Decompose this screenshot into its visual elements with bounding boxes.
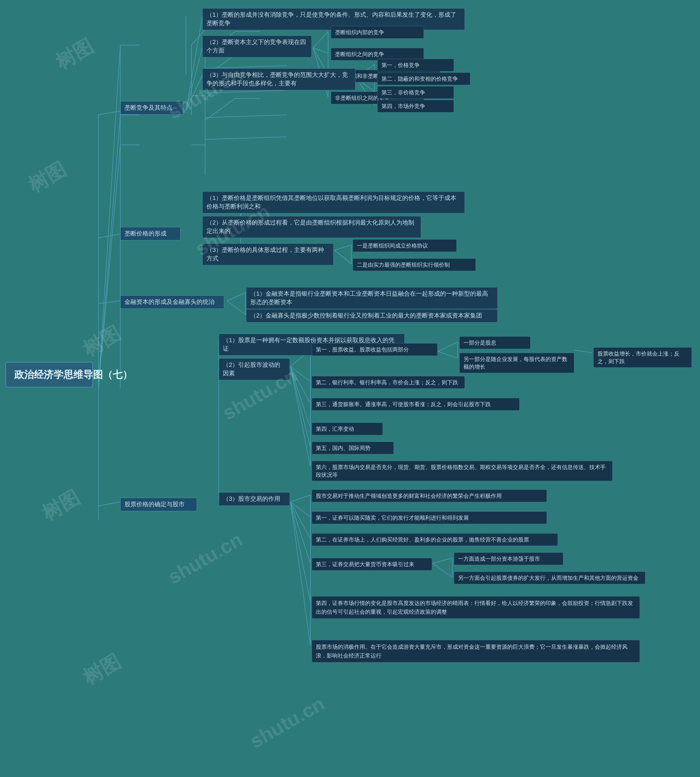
monopoly-price-item1: （1）垄断价格是垄断组织凭借其垄断地位以获取高额垄断利润为目标规定的价格，它等于… bbox=[202, 192, 465, 213]
svg-line-35 bbox=[313, 32, 328, 48]
svg-line-36 bbox=[313, 48, 328, 53]
svg-line-73 bbox=[290, 495, 310, 502]
svg-line-78 bbox=[290, 502, 310, 645]
stock-price-item2-sub4: 第四，汇率变动 bbox=[312, 423, 383, 435]
svg-line-55 bbox=[227, 293, 245, 301]
stock-price-item2-title: （2）引起股市波动的因素 bbox=[219, 358, 290, 380]
monopoly-price-item3-sub1: 一是垄断组织间成立价格协议 bbox=[353, 239, 457, 252]
monopoly-price-item2: （2）从垄断价格的形成过程看，它是由垄断组织根据利润最大化原则人为地制定出来的 bbox=[202, 216, 421, 238]
monopoly-competition-item2-sub1: 垄断组织内部的竞争 bbox=[331, 26, 424, 38]
svg-line-72 bbox=[574, 350, 592, 353]
stock-price-item3-title: （3）股市交易的作用 bbox=[219, 492, 290, 506]
stock-price-item2-sub1-b: 另一部分是随企业发展，每股代表的资产数额的增长 bbox=[459, 353, 574, 373]
watermark-1: 树图 bbox=[51, 33, 98, 75]
financial-capital-item1: （1）金融资本是指银行业垄断资本和工业垄断资本日益融合在一起形成的一种新型的最高… bbox=[246, 287, 498, 309]
watermark-7: 树图 bbox=[37, 484, 85, 527]
svg-line-64 bbox=[290, 367, 310, 404]
svg-line-31 bbox=[186, 17, 202, 111]
svg-line-22 bbox=[205, 66, 287, 68]
svg-line-81 bbox=[433, 564, 452, 577]
monopoly-price-item3-title: （3）垄断价格的具体形成过程，主要有两种方式 bbox=[202, 243, 333, 265]
center-title: 政治经济学思维导图（七） bbox=[5, 362, 93, 388]
svg-line-74 bbox=[290, 502, 310, 517]
monopoly-competition-item2-title: （2）垄断资本主义下的竞争表现在四个方面 bbox=[202, 35, 312, 57]
svg-line-24 bbox=[205, 115, 287, 118]
stock-price-item2-sub1-a: 一部分是股息 bbox=[459, 337, 530, 349]
svg-line-29 bbox=[98, 301, 120, 303]
svg-line-70 bbox=[438, 352, 458, 358]
watermark-10: shutu.cn bbox=[246, 692, 328, 752]
stock-price-item2-sub2: 第二，银行利率。银行利率高，市价会上涨；反之，则下跌 bbox=[312, 376, 465, 388]
svg-line-0 bbox=[98, 45, 120, 388]
monopoly-price-item3-sub2: 二是由实力最强的垄断组织实行领价制 bbox=[353, 258, 476, 271]
stock-price-item2-sub3: 第三，通货膨胀率。通涨率高，可使股市看涨；反之，则会引起股市下跌 bbox=[312, 398, 520, 410]
watermark-5: 树图 bbox=[78, 320, 125, 362]
stock-price-item3-sub4-title: 第三，证券交易把大量货币资本吸引过来 bbox=[312, 558, 432, 570]
main-container: 树图 shutu.cn 树图 shutu.cn 树图 shutu.cn 树图 s… bbox=[0, 0, 700, 777]
stock-price-item3-sub5: 第四，证券市场行情的变化是股市高度发达的市场经济的晴雨表：行情看好，给人以经济繁… bbox=[312, 596, 640, 619]
monopoly-competition-item3-sub1: 第一，价格竞争 bbox=[377, 59, 454, 72]
watermark-9: 树图 bbox=[78, 648, 125, 690]
branch-monopoly-competition: 垄断竞争及其特点 bbox=[120, 101, 183, 115]
stock-price-item2-sub6: 第六，股票市场内交易是否充分，现货、期货、股票价格指数交易、期权交易等项交易是否… bbox=[312, 461, 612, 481]
svg-line-18 bbox=[205, 98, 235, 120]
branch-financial-capital: 金融资本的形成及金融寡头的统治 bbox=[120, 295, 224, 309]
svg-line-30 bbox=[98, 502, 120, 506]
svg-line-69 bbox=[438, 342, 458, 352]
svg-line-56 bbox=[227, 301, 245, 315]
stock-price-item2-sub1-title: 第一，股票收益。股票收益包括两部分 bbox=[312, 343, 438, 356]
stock-price-item3-sub6: 股票市场的消极作用。在于它会造成游资大量充斥市，形成对资金这一重要资源的巨大浪费… bbox=[312, 640, 640, 662]
stock-price-item2-sub5: 第五，国内、国际局势 bbox=[312, 442, 394, 454]
svg-line-63 bbox=[290, 367, 310, 382]
svg-line-77 bbox=[290, 502, 310, 602]
svg-line-25 bbox=[205, 137, 287, 140]
svg-line-32 bbox=[186, 48, 202, 111]
svg-line-1 bbox=[98, 115, 120, 388]
svg-line-23 bbox=[205, 90, 287, 93]
svg-line-65 bbox=[290, 367, 310, 428]
monopoly-competition-item3-title: （3）与自由竞争相比，垄断竞争的范围大大扩大，竞争的形式和手段也多样化，主要有 bbox=[202, 68, 355, 90]
svg-line-52 bbox=[335, 245, 352, 250]
svg-line-27 bbox=[98, 111, 120, 115]
financial-capital-item2: （2）金融寡头是指极少数控制着银行业又控制着工业的最大的垄断资本家或资本家集团 bbox=[246, 309, 498, 322]
monopoly-competition-item3-sub3: 第三，非价格竞争 bbox=[377, 86, 454, 99]
branch-monopoly-price: 垄断价格的形成 bbox=[120, 227, 180, 240]
monopoly-competition-item3-sub4: 第四，市场外竞争 bbox=[377, 100, 454, 112]
watermark-3: 树图 bbox=[23, 156, 71, 198]
svg-line-53 bbox=[335, 250, 352, 264]
stock-price-item3-sub2: 第一，证券可以随买随卖，它们的发行才能顺利进行和得到发展 bbox=[312, 512, 547, 524]
svg-line-75 bbox=[290, 502, 310, 539]
svg-line-76 bbox=[290, 502, 310, 564]
stock-price-item3-sub3: 第二，在证券市场上，人们购买经营好、盈利多的企业的股票，抛售经营不善企业的股票 bbox=[312, 533, 558, 546]
monopoly-competition-item3-sub2: 第二，隐蔽的和变相的价格竞争 bbox=[377, 72, 470, 85]
stock-price-item3-sub4-a: 一方面造成一部分资本游荡于股市 bbox=[454, 552, 563, 565]
watermark-8: shutu.cn bbox=[164, 528, 247, 588]
stock-price-item3-sub1: 股市交易对于推动生产领域创造更多的财富和社会经济的繁荣会产生积极作用 bbox=[312, 490, 547, 502]
svg-line-33 bbox=[186, 75, 202, 111]
stock-price-item3-sub4-b: 另一方面会引起股票债券的扩大发行，从而增加生产和其他方面的营运资金 bbox=[454, 572, 645, 584]
branch-stock-price: 股票价格的确定与股市 bbox=[120, 498, 197, 511]
svg-line-67 bbox=[290, 367, 310, 466]
svg-line-28 bbox=[98, 234, 120, 238]
svg-line-66 bbox=[290, 367, 310, 447]
svg-line-2 bbox=[98, 145, 120, 388]
stock-price-item2-right: 股票收益增长，市价就会上涨；反之，则下跌 bbox=[593, 347, 692, 368]
svg-line-80 bbox=[433, 558, 452, 564]
